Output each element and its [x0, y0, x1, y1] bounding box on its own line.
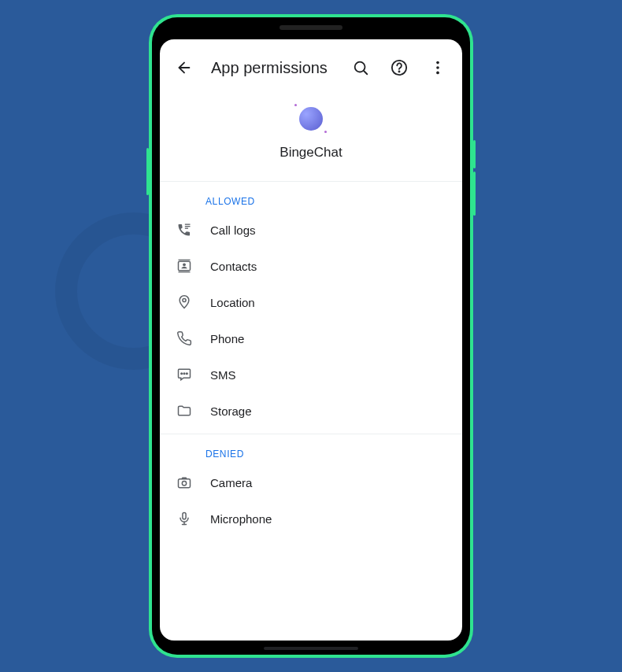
svg-rect-13	[179, 260, 191, 260]
phone-icon	[176, 330, 193, 347]
section-header-denied: DENIED	[160, 434, 462, 464]
svg-point-6	[437, 66, 440, 69]
svg-rect-8	[185, 224, 191, 225]
location-icon	[176, 294, 193, 311]
overflow-menu-button[interactable]	[424, 52, 453, 83]
permission-label: Call logs	[210, 223, 256, 237]
svg-point-12	[183, 263, 186, 266]
svg-point-16	[181, 373, 183, 375]
permission-storage[interactable]: Storage	[160, 393, 462, 429]
back-arrow-icon	[176, 59, 193, 76]
permission-contacts[interactable]: Contacts	[160, 248, 462, 284]
search-icon	[352, 59, 369, 76]
call-log-icon	[176, 221, 193, 238]
help-button[interactable]	[385, 52, 414, 83]
app-icon	[299, 107, 323, 131]
svg-point-5	[437, 61, 440, 65]
svg-rect-19	[179, 479, 191, 488]
svg-rect-9	[185, 226, 191, 227]
permission-phone[interactable]: Phone	[160, 320, 462, 356]
permission-label: Microphone	[210, 512, 272, 526]
svg-point-17	[183, 373, 185, 375]
page-title: App permissions	[211, 59, 328, 77]
section-header-allowed: ALLOWED	[160, 182, 462, 212]
svg-point-20	[182, 482, 186, 486]
permission-label: Camera	[210, 476, 252, 489]
permission-call-logs[interactable]: Call logs	[160, 212, 462, 248]
permission-sms[interactable]: SMS	[160, 356, 462, 393]
appbar: App permissions	[160, 39, 462, 93]
svg-point-1	[355, 62, 365, 72]
contacts-icon	[176, 257, 193, 275]
svg-rect-10	[185, 228, 188, 229]
svg-point-15	[183, 298, 186, 301]
permission-label: Contacts	[210, 260, 257, 273]
help-icon	[391, 59, 408, 76]
sms-icon	[176, 366, 193, 383]
svg-rect-21	[183, 513, 186, 519]
phone-frame: App permissions BingeChat ALLOWED	[149, 14, 473, 658]
back-button[interactable]	[169, 52, 198, 83]
app-name-label: BingeChat	[280, 145, 342, 161]
permission-label: SMS	[210, 368, 236, 382]
permission-label: Storage	[210, 404, 252, 418]
permission-camera[interactable]: Camera	[160, 464, 462, 500]
svg-point-7	[437, 72, 440, 75]
phone-screen: App permissions BingeChat ALLOWED	[160, 39, 462, 641]
more-vert-icon	[429, 59, 446, 76]
permission-label: Location	[210, 296, 255, 309]
svg-rect-14	[179, 271, 191, 272]
gesture-nav-bar[interactable]	[264, 647, 358, 650]
microphone-icon	[176, 510, 193, 527]
permission-label: Phone	[210, 332, 244, 345]
svg-line-2	[365, 71, 368, 74]
search-button[interactable]	[346, 52, 376, 83]
app-info-section: BingeChat	[160, 93, 462, 181]
permission-microphone[interactable]: Microphone	[160, 500, 462, 537]
svg-point-18	[187, 373, 188, 375]
camera-icon	[176, 474, 193, 491]
permission-location[interactable]: Location	[160, 284, 462, 320]
storage-icon	[176, 402, 193, 419]
svg-point-4	[399, 71, 400, 72]
